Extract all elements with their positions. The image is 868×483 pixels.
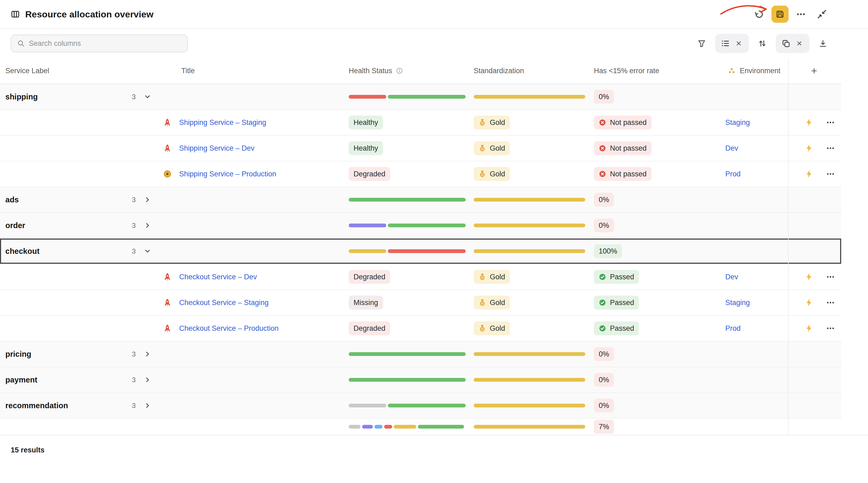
group-row-payment[interactable]: payment 3 0% [0, 367, 841, 393]
standardization-badge: Gold [474, 167, 510, 181]
fail-icon [599, 119, 606, 126]
results-count: 15 results [11, 446, 44, 454]
lightning-icon [805, 324, 813, 333]
quick-action-button[interactable] [802, 115, 816, 130]
group-label: order [5, 221, 25, 230]
group-row-ads[interactable]: ads 3 0% [0, 187, 841, 213]
page-header: Resource allocation overview [0, 0, 868, 29]
group-row-checkout[interactable]: checkout 3 100% [0, 238, 841, 264]
standardization-bar [474, 249, 585, 253]
lightning-icon [805, 298, 813, 307]
wheel-icon [163, 170, 172, 178]
chevron-right-icon[interactable] [144, 196, 151, 203]
page-title: Resource allocation overview [25, 9, 153, 20]
results-footer: 15 results [0, 435, 868, 483]
health-distribution-bar [349, 249, 466, 253]
rocket-icon [163, 324, 172, 333]
environment-link[interactable]: Dev [725, 273, 738, 281]
row-more-button[interactable] [823, 321, 838, 336]
fail-icon [599, 144, 606, 152]
service-title-link[interactable]: Shipping Service – Dev [179, 144, 254, 153]
service-title-link[interactable]: Checkout Service – Production [179, 324, 279, 333]
error-rate-badge: 0% [594, 219, 614, 232]
group-label: pricing [5, 350, 31, 359]
save-button[interactable] [771, 6, 788, 23]
ellipsis-icon [826, 144, 835, 153]
pass-icon [599, 273, 606, 281]
row-more-button[interactable] [823, 141, 838, 156]
group-row-pricing[interactable]: pricing 3 0% [0, 342, 841, 367]
group-by-chip[interactable] [776, 34, 809, 53]
group-label: payment [5, 376, 37, 384]
environment-link[interactable]: Dev [725, 144, 738, 153]
service-row: Checkout Service – Production Degraded G… [0, 316, 841, 342]
health-status-badge: Degraded [349, 167, 390, 181]
chevron-down-icon[interactable] [144, 93, 151, 100]
sort-icon [758, 39, 767, 48]
group-row-shipping[interactable]: shipping 3 0% [0, 84, 841, 110]
add-column-button[interactable]: + [788, 58, 841, 84]
quick-action-button[interactable] [802, 321, 816, 336]
service-title-link[interactable]: Checkout Service – Staging [179, 299, 269, 307]
health-distribution-bar [349, 198, 466, 201]
quick-action-button[interactable] [802, 295, 816, 310]
chevron-down-icon[interactable] [144, 248, 151, 255]
download-button[interactable] [815, 36, 831, 51]
search-box[interactable] [11, 35, 188, 52]
chevron-right-icon[interactable] [144, 350, 151, 358]
info-icon[interactable] [396, 67, 403, 74]
chevron-right-icon[interactable] [144, 402, 151, 409]
lightning-icon [805, 118, 813, 127]
row-more-button[interactable] [823, 166, 838, 182]
rocket-icon [163, 272, 172, 281]
collapse-button[interactable] [813, 6, 831, 23]
environment-link[interactable]: Staging [725, 119, 750, 127]
error-rate-badge: 0% [594, 398, 614, 413]
undo-button[interactable] [750, 6, 768, 23]
environment-link[interactable]: Staging [725, 299, 750, 307]
health-distribution-bar [349, 352, 466, 356]
group-row-order[interactable]: order 3 0% [0, 213, 841, 238]
sort-button[interactable] [755, 36, 770, 51]
error-rate-check-badge: Passed [594, 321, 639, 335]
row-more-button[interactable] [823, 269, 838, 284]
save-icon [775, 9, 785, 19]
service-title-link[interactable]: Shipping Service – Staging [179, 119, 266, 127]
clear-group-by-button[interactable] [795, 39, 804, 48]
standardization-badge: Gold [474, 296, 510, 310]
group-label: checkout [5, 247, 39, 256]
error-rate-check-badge: Not passed [594, 167, 652, 181]
health-status-badge: Missing [349, 296, 383, 310]
row-more-button[interactable] [823, 295, 838, 310]
group-row-recommendation[interactable]: recommendation 3 0% [0, 393, 841, 419]
service-title-link[interactable]: Shipping Service – Production [179, 170, 276, 178]
more-options-button[interactable] [793, 6, 809, 23]
search-input[interactable] [29, 39, 181, 48]
group-label: ads [5, 195, 19, 204]
clear-list-view-button[interactable] [735, 39, 743, 48]
service-title-link[interactable]: Checkout Service – Dev [179, 273, 257, 281]
fail-icon [599, 170, 606, 178]
list-view-chip[interactable] [715, 34, 749, 53]
close-icon [735, 40, 742, 47]
error-rate-badge: 0% [594, 373, 614, 387]
quick-action-button[interactable] [802, 269, 816, 284]
environment-link[interactable]: Prod [725, 170, 741, 178]
close-icon [796, 40, 803, 47]
filter-button[interactable] [694, 36, 709, 51]
quick-action-button[interactable] [802, 166, 816, 182]
quick-action-button[interactable] [802, 141, 816, 156]
health-status-badge: Degraded [349, 321, 390, 335]
chevron-right-icon[interactable] [144, 376, 151, 384]
service-row: Shipping Service – Dev Healthy Gold Not … [0, 136, 841, 161]
group-label: shipping [5, 93, 38, 101]
lightning-icon [805, 272, 813, 281]
chevron-right-icon[interactable] [144, 222, 151, 229]
health-status-badge: Healthy [349, 116, 383, 129]
table-body: shipping 3 0% Shipping Service – Staging… [0, 84, 868, 435]
environment-link[interactable]: Prod [725, 324, 741, 333]
environment-icon [728, 67, 736, 74]
col-error-rate: Has <15% error rate [594, 58, 725, 84]
row-more-button[interactable] [823, 115, 838, 130]
pass-icon [599, 299, 606, 307]
